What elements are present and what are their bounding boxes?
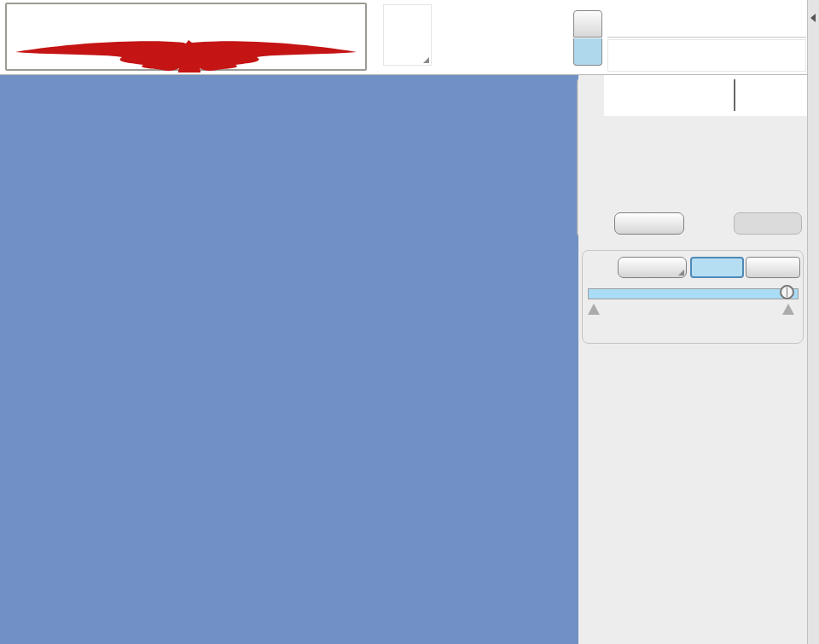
bookmark-button[interactable]: [618, 257, 687, 278]
station-name: [607, 39, 806, 72]
slider-end-marker[interactable]: [782, 304, 794, 315]
mmt-button[interactable]: [573, 38, 602, 66]
utc-button[interactable]: [573, 10, 602, 38]
replay-group: [582, 250, 804, 344]
logo: [5, 3, 367, 71]
text-caret: [734, 79, 735, 111]
control-panel: [578, 75, 807, 644]
jbirds-app: [0, 0, 819, 644]
previous-button[interactable]: [614, 212, 684, 235]
warning-button[interactable]: [383, 4, 432, 66]
eagle-icon: [14, 38, 358, 73]
panel-splitter[interactable]: [807, 0, 819, 644]
header-separator: [607, 37, 806, 38]
corner-grip-icon: [678, 270, 684, 276]
select-button[interactable]: [734, 212, 802, 235]
collapse-arrow-icon: [810, 14, 816, 22]
corner-grip-icon: [423, 57, 429, 63]
radar-map[interactable]: [0, 75, 578, 644]
replay-slider[interactable]: [588, 288, 799, 299]
auto-button[interactable]: [690, 257, 744, 278]
command-input[interactable]: [604, 75, 807, 116]
header: [0, 0, 819, 75]
manual-button[interactable]: [746, 257, 800, 278]
slider-start-marker[interactable]: [588, 304, 600, 315]
replay-slider-thumb[interactable]: [780, 285, 794, 299]
